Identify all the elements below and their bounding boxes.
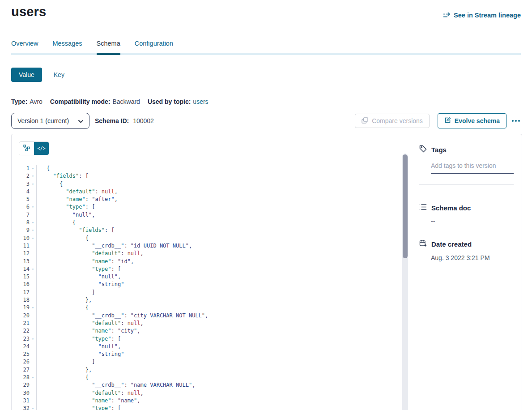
fold-gutter: [30, 242, 37, 250]
code-line: 28▾ {: [12, 374, 411, 381]
tab-schema[interactable]: Schema: [97, 40, 120, 53]
fold-gutter: [30, 312, 37, 320]
code-line: 8▾ {: [12, 219, 411, 226]
fold-gutter: [30, 196, 37, 203]
line-number: 23: [12, 335, 30, 343]
code-text: "string": [37, 350, 124, 358]
compare-versions-label: Compare versions: [372, 117, 423, 124]
fold-toggle-icon[interactable]: ▾: [30, 304, 37, 312]
line-number: 12: [12, 250, 30, 257]
code-text: "name": "id",: [37, 258, 134, 265]
fold-gutter: [30, 366, 37, 374]
code-text: "fields": [: [37, 172, 89, 180]
evolve-schema-button[interactable]: Evolve schema: [438, 113, 506, 128]
fold-toggle-icon[interactable]: ▾: [30, 235, 37, 242]
code-text: "null",: [37, 211, 95, 219]
tab-bar: Overview Messages Schema Configuration: [11, 40, 521, 53]
key-value-toggle: Value Key: [11, 68, 521, 82]
see-in-stream-lineage-link[interactable]: See in Stream lineage: [443, 12, 521, 19]
compare-versions-button[interactable]: Compare versions: [355, 114, 430, 128]
list-icon: [419, 204, 427, 212]
code-scrollbar-thumb[interactable]: [403, 154, 408, 258]
fold-gutter: [30, 320, 37, 327]
compatibility-value: Backward: [112, 98, 140, 105]
tree-view-button[interactable]: [19, 142, 34, 155]
evolve-schema-label: Evolve schema: [455, 117, 500, 124]
code-line: 24 "null",: [12, 343, 411, 350]
line-number: 7: [12, 211, 30, 219]
code-line: 30 "default": null,: [12, 389, 411, 397]
fold-toggle-icon[interactable]: ▾: [30, 203, 37, 211]
line-number: 25: [12, 350, 30, 358]
code-text: "string": [37, 281, 124, 288]
topic-link[interactable]: users: [193, 98, 208, 105]
code-text: "default": null,: [37, 250, 144, 257]
fold-gutter: [30, 250, 37, 257]
code-text: {: [37, 219, 76, 226]
code-text: {: [37, 304, 89, 312]
code-line: 10▾ {: [12, 235, 411, 242]
schema-doc-heading-label: Schema doc: [431, 204, 471, 212]
more-options-button[interactable]: [511, 118, 521, 124]
code-text: "name": "after",: [37, 196, 118, 203]
tab-configuration[interactable]: Configuration: [135, 40, 173, 53]
fold-gutter: [30, 397, 37, 405]
sidebar-divider: [419, 184, 514, 185]
line-number: 9: [12, 226, 30, 234]
schema-meta: Type: Avro Compatibility mode: Backward …: [11, 98, 521, 105]
tab-messages[interactable]: Messages: [52, 40, 82, 53]
code-line: 13 "name": "id",: [12, 258, 411, 265]
fold-toggle-icon[interactable]: ▾: [30, 172, 37, 180]
fold-gutter: [30, 296, 37, 304]
schema-id-label: Schema ID:: [95, 117, 129, 124]
tab-overview[interactable]: Overview: [11, 40, 38, 53]
value-toggle-button[interactable]: Value: [11, 68, 42, 82]
line-number: 22: [12, 327, 30, 335]
schema-page: users See in Stream lineage Overview Mes…: [0, 4, 532, 410]
code-line: 9▾ "fields": [: [12, 226, 411, 234]
line-number: 19: [12, 304, 30, 312]
code-text: {: [37, 374, 89, 381]
code-line: 31 "name": "name",: [12, 397, 411, 405]
compare-versions-icon: [362, 117, 368, 125]
fold-gutter: [30, 273, 37, 281]
code-line: 21 "default": null,: [12, 320, 411, 327]
schema-id-value: 100002: [133, 117, 154, 124]
fold-toggle-icon[interactable]: ▾: [30, 374, 37, 381]
tags-section-heading: Tags: [419, 145, 514, 154]
date-created-value: Aug. 3 2022 3:21 PM: [431, 254, 514, 261]
line-number: 21: [12, 320, 30, 327]
lineage-link-label: See in Stream lineage: [454, 12, 521, 19]
tags-heading-label: Tags: [431, 146, 447, 154]
code-scrollbar-track[interactable]: [402, 154, 408, 410]
fold-toggle-icon[interactable]: ▾: [30, 165, 37, 172]
line-number: 26: [12, 358, 30, 366]
schema-doc-value: --: [431, 218, 514, 225]
code-line: 29 "__crdb__": "name VARCHAR NULL",: [12, 381, 411, 389]
line-number: 16: [12, 281, 30, 288]
line-number: 4: [12, 188, 30, 196]
view-mode-toggle: </>: [19, 141, 49, 155]
fold-toggle-icon[interactable]: ▾: [30, 180, 37, 188]
fold-toggle-icon[interactable]: ▾: [30, 335, 37, 343]
fold-toggle-icon[interactable]: ▾: [30, 219, 37, 226]
code-line: 2▾ "fields": [: [12, 172, 411, 180]
code-line: 6▾ "type": [: [12, 203, 411, 211]
line-number: 3: [12, 180, 30, 188]
line-number: 28: [12, 374, 30, 381]
key-toggle-button[interactable]: Key: [54, 71, 64, 78]
fold-gutter: [30, 327, 37, 335]
add-tags-input[interactable]: [431, 161, 514, 174]
schema-id: Schema ID: 100002: [95, 117, 154, 124]
code-line: 4 "default": null,: [12, 188, 411, 196]
fold-toggle-icon[interactable]: ▾: [30, 265, 37, 273]
date-created-section: Date created Aug. 3 2022 3:21 PM: [419, 239, 514, 261]
fold-gutter: [30, 188, 37, 196]
line-number: 24: [12, 343, 30, 350]
code-view-button[interactable]: </>: [34, 142, 49, 155]
fold-toggle-icon[interactable]: ▾: [30, 405, 37, 410]
version-select[interactable]: Version 1 (current): [11, 113, 89, 129]
tab-underline-track: [11, 53, 521, 55]
code-line: 26 ]: [12, 358, 411, 366]
fold-toggle-icon[interactable]: ▾: [30, 226, 37, 234]
